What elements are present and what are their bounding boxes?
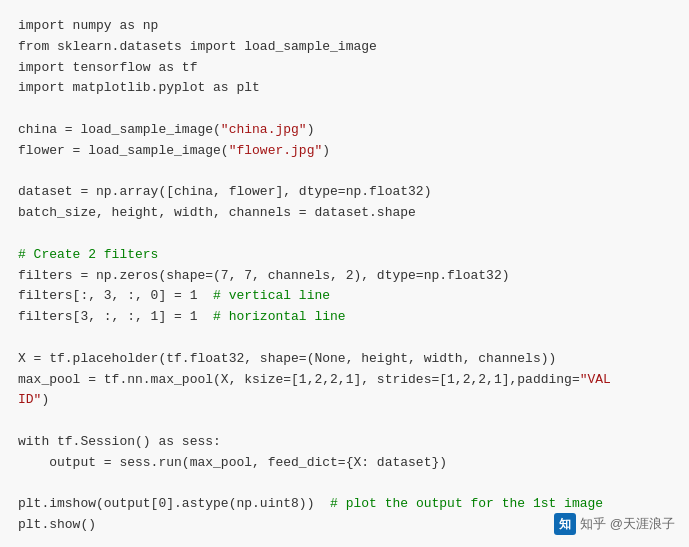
code-container: import numpy as np from sklearn.datasets… xyxy=(0,0,689,547)
watermark-author: @天涯浪子 xyxy=(610,515,675,533)
watermark: 知 知乎@天涯浪子 xyxy=(554,513,675,535)
code-block: import numpy as np from sklearn.datasets… xyxy=(18,16,671,536)
platform-logo: 知 xyxy=(554,513,576,535)
watermark-text: 知乎 xyxy=(580,515,606,533)
